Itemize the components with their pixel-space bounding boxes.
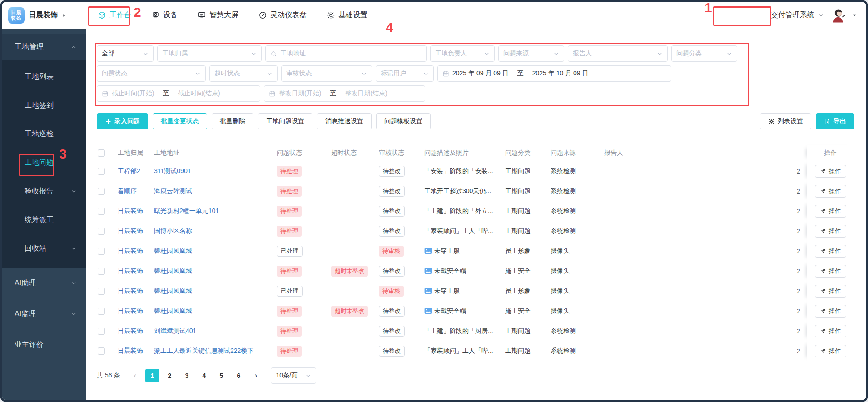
sidebar-item-工地问题[interactable]: 工地问题 [2, 149, 86, 177]
row-checkbox[interactable] [98, 248, 105, 255]
page-button-1[interactable]: 1 [145, 369, 159, 382]
address-link[interactable]: 碧桂园凤凰城 [154, 287, 192, 294]
filter-select[interactable]: 问题状态 [97, 65, 206, 82]
source-cell: 摄像头 [551, 307, 604, 315]
address-link[interactable]: 311测试0901 [154, 167, 191, 174]
filter-select[interactable]: 报告人 [568, 45, 668, 62]
row-checkbox[interactable] [98, 188, 105, 195]
row-checkbox[interactable] [98, 208, 105, 215]
button-录入问题[interactable]: 录入问题 [97, 113, 148, 129]
row-checkbox[interactable] [98, 328, 105, 335]
address-link[interactable]: 海康云眸测试 [154, 187, 192, 194]
dashboard-icon [258, 11, 267, 20]
chevron-down-icon [71, 280, 77, 286]
search-input[interactable]: 工地地址 [265, 45, 427, 62]
page-button-6[interactable]: 6 [232, 369, 245, 382]
address-link[interactable]: 碧桂园凤凰城 [154, 267, 192, 274]
address-link[interactable]: 碧桂园凤凰城 [154, 307, 192, 314]
nav-item-设备[interactable]: 设备 [151, 10, 178, 20]
action-button[interactable]: 操作 [815, 265, 846, 278]
filter-select[interactable]: 问题来源 [498, 45, 564, 62]
action-button[interactable]: 操作 [815, 205, 846, 218]
sidebar-group-gongdiguanli[interactable]: 工地管理 [2, 34, 86, 60]
action-button[interactable]: 操作 [815, 165, 846, 178]
page-button-2[interactable]: 2 [163, 369, 176, 382]
nav-item-灵动仪表盘[interactable]: 灵动仪表盘 [258, 10, 307, 20]
owner-link[interactable]: 日晨装饰 [118, 287, 143, 294]
category-cell: 施工安全 [505, 267, 551, 275]
row-checkbox[interactable] [98, 228, 105, 235]
sidebar-item-验收报告[interactable]: 验收报告 [2, 177, 86, 206]
button-批量删除[interactable]: 批量删除 [212, 113, 253, 129]
owner-link[interactable]: 看顺序 [118, 187, 137, 194]
action-button[interactable]: 操作 [815, 345, 846, 357]
owner-link[interactable]: 日晨装饰 [118, 267, 143, 274]
next-page-button[interactable]: › [249, 369, 263, 382]
sidebar-item-工地巡检[interactable]: 工地巡检 [2, 120, 86, 149]
action-button[interactable]: 操作 [815, 225, 846, 238]
address-link[interactable]: 曙光新村2幢一单元101 [154, 207, 219, 214]
sidebar-submenu: 工地列表工地签到工地巡检工地问题验收报告统筹派工回收站 [2, 60, 86, 268]
row-checkbox[interactable] [98, 308, 105, 315]
owner-link[interactable]: 日晨装饰 [118, 247, 143, 254]
sidebar-item-工地列表[interactable]: 工地列表 [2, 63, 86, 91]
button-批量变更状态[interactable]: 批量变更状态 [153, 113, 207, 129]
button-工地问题设置[interactable]: 工地问题设置 [258, 113, 312, 129]
daterange-input[interactable]: 整改日期(开始)至整改日期(结束) [264, 85, 425, 102]
row-checkbox[interactable] [98, 347, 105, 355]
row-checkbox[interactable] [98, 168, 105, 175]
sidebar-item-业主评价[interactable]: 业主评价 [2, 329, 86, 360]
address-link[interactable]: 国博小区名称 [154, 227, 192, 234]
filter-select[interactable]: 标记用户 [376, 65, 434, 82]
sidebar-item-统筹派工[interactable]: 统筹派工 [2, 206, 86, 234]
owner-link[interactable]: 日晨装饰 [118, 327, 143, 334]
owner-link[interactable]: 日晨装饰 [118, 227, 143, 234]
filter-select[interactable]: 问题分类 [671, 45, 737, 62]
button-列表设置[interactable]: 列表设置 [760, 113, 811, 129]
sidebar-item-AI监理[interactable]: AI监理 [2, 298, 86, 329]
address-link[interactable]: 刘斌斌测试401 [154, 327, 196, 334]
button-消息推送设置[interactable]: 消息推送设置 [317, 113, 372, 129]
source-cell: 摄像头 [551, 267, 604, 275]
daterange-input[interactable]: 截止时间(开始)至截止时间(结束) [97, 85, 260, 102]
address-link[interactable]: 碧桂园凤凰城 [154, 247, 192, 254]
button-导出[interactable]: 导出 [816, 113, 854, 129]
filter-select[interactable]: 工地负责人 [430, 45, 495, 62]
nav-item-工作台[interactable]: 工作台 [98, 10, 131, 20]
action-button[interactable]: 操作 [815, 245, 846, 258]
owner-link[interactable]: 日晨装饰 [118, 207, 143, 214]
select-all-checkbox[interactable] [98, 149, 105, 157]
filter-select[interactable]: 超时状态 [209, 65, 278, 82]
sidebar-item-回收站[interactable]: 回收站 [2, 234, 86, 263]
page-button-5[interactable]: 5 [214, 369, 228, 382]
page-size-select[interactable]: 10条/页 [271, 367, 316, 384]
filter-select[interactable]: 工地归属 [157, 45, 262, 62]
action-button[interactable]: 操作 [815, 325, 846, 337]
owner-link[interactable]: 工程部2 [118, 167, 140, 174]
action-button[interactable]: 操作 [815, 185, 846, 198]
page-button-3[interactable]: 3 [180, 369, 193, 382]
filter-select[interactable]: 全部 [97, 45, 154, 62]
owner-link[interactable]: 日晨装饰 [118, 347, 143, 354]
action-button[interactable]: 操作 [815, 285, 846, 298]
sidebar-item-AI助理[interactable]: AI助理 [2, 268, 86, 298]
sidebar-item-工地签到[interactable]: 工地签到 [2, 91, 86, 120]
prev-page-button[interactable]: ‹ [128, 369, 142, 382]
page-button-4[interactable]: 4 [197, 369, 211, 382]
row-checkbox[interactable] [98, 288, 105, 295]
sidebar-collapse-caret-icon[interactable] [62, 13, 66, 18]
nav-item-智慧大屏[interactable]: 智慧大屏 [198, 10, 238, 20]
user-menu-caret-icon[interactable] [852, 13, 857, 18]
sidebar-item-label: 业主评价 [15, 340, 44, 350]
owner-cell: 日晨装饰 [118, 307, 154, 315]
action-button[interactable]: 操作 [815, 305, 846, 318]
system-select[interactable]: 交付管理系统 [771, 10, 824, 20]
nav-item-基础设置[interactable]: 基础设置 [327, 10, 367, 20]
owner-link[interactable]: 日晨装饰 [118, 307, 143, 314]
daterange-input[interactable]: 2025 年 09 月 09 日至2025 年 10 月 09 日 [437, 65, 671, 82]
address-link[interactable]: 派工工人最近关键信息测试222楼下 [154, 347, 253, 354]
filter-select[interactable]: 审核状态 [281, 65, 372, 82]
avatar[interactable] [829, 7, 847, 24]
button-问题模板设置[interactable]: 问题模板设置 [376, 113, 431, 129]
row-checkbox[interactable] [98, 268, 105, 275]
